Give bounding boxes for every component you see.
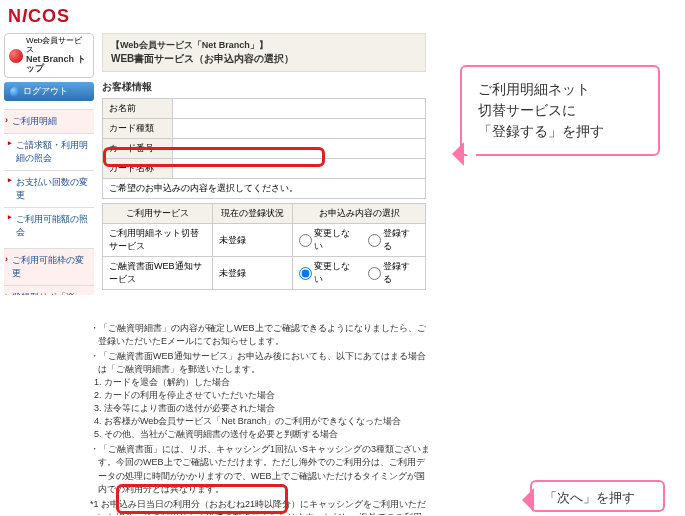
customer-info-table: お名前 カード種類 カード番号 カード名称 ご希望のお申込みの内容を選択してくだ… [102,98,426,199]
section-customer-info: お客様情報 [102,80,426,94]
nav-limit-inquiry[interactable]: ご利用可能額の照会 [4,207,94,244]
service-select-table: ご利用サービス 現在の登録状況 お申込み内容の選択 ご利用明細ネット切替サービス… [102,203,426,290]
svc1-radio-no[interactable]: 変更しない [299,227,358,253]
svc2-name: ご融資書面WEB通知サービス [103,257,213,290]
label-name: お名前 [103,99,173,119]
note-line: 3. 法令等により書面の送付が必要された場合 [90,402,430,415]
nav-usage[interactable]: ご利用明細 [4,109,94,133]
notes-list: ・「ご融資明細書」の内容が確定しWEB上でご確認できるようになりましたら、ご登録… [90,322,430,515]
note-line: ・「ご融資書面WEB通知サービス」お申込み後においても、以下にあてはまる場合は「… [90,350,430,376]
callout-next: 「次へ」を押す [530,480,665,512]
col-current: 現在の登録状況 [213,204,293,224]
crumb-line1: 【Web会員サービス「Net Branch」】 [111,39,417,52]
note-line: 2. カードの利用を停止させていただいた場合 [90,389,430,402]
service-name: Net Branch トップ [26,54,86,74]
value-cardtype [173,119,426,139]
svc2-current: 未登録 [213,257,293,290]
service-sub: Web会員サービス [26,36,82,54]
callout-next-text: 「次へ」を押す [544,490,635,505]
svc2-radio-yes[interactable]: 登録する [368,260,419,286]
logout-button[interactable]: ログアウト [4,82,94,101]
col-select: お申込み内容の選択 [293,204,426,224]
nav-payment-change[interactable]: お支払い回数の変更 [4,170,94,207]
note-line: 5. その他、当社がご融資明細書の送付を必要と判断する場合 [90,428,430,441]
svc1-current: 未登録 [213,224,293,257]
screenshot-lower: ・「ご融資明細書」の内容が確定しWEB上でご確認できるようになりましたら、ご登録… [90,320,430,515]
value-cardnum [173,139,426,159]
svc2-radio-no[interactable]: 変更しない [299,260,358,286]
note-line: ・「ご融資書面」には、リボ、キャッシング1回払いSキャッシングの3種類ございます… [90,443,430,495]
breadcrumb: 【Web会員サービス「Net Branch」】 WEB書面サービス（お申込内容の… [102,33,426,72]
note-line: ・「ご融資明細書」の内容が確定しWEB上でご確認できるようになりましたら、ご登録… [90,322,430,348]
globe-icon [9,49,23,63]
note-line: 4. お客様がWeb会員サービス「Net Branch」のご利用ができなくなった… [90,415,430,428]
label-cardname: カード名称 [103,159,173,179]
screenshot-upper: NICOS Web会員サービスNet Branch トップ ログアウト ご利用明… [0,0,430,295]
note-line: 1. カードを退会（解約）した場合 [90,376,430,389]
value-name [173,99,426,119]
brand-logo: NICOS [0,0,430,33]
nav-billing[interactable]: ご請求額・利用明細の照会 [4,133,94,170]
callout-register: ご利用明細ネット 切替サービスに 「登録する」を押す [460,65,660,156]
value-cardname [173,159,426,179]
label-cardnum: カード番号 [103,139,173,159]
crumb-line2: WEB書面サービス（お申込内容の選択） [111,52,417,66]
nav-limit-change[interactable]: ご利用可能枠の変更 [4,248,94,285]
main-content: 【Web会員サービス「Net Branch」】 WEB書面サービス（お申込内容の… [98,33,430,295]
instruction-text: ご希望のお申込みの内容を選択してください。 [103,179,426,199]
col-service: ご利用サービス [103,204,213,224]
sidebar: Web会員サービスNet Branch トップ ログアウト ご利用明細 ご請求額… [0,33,98,295]
callout-register-text: ご利用明細ネット 切替サービスに 「登録する」を押す [478,81,604,139]
service-top-link[interactable]: Web会員サービスNet Branch トップ [4,33,94,78]
note-line: *1 お申込み日当日の利用分（おおむね21時以降分）にキャッシングをご利用いただ… [90,498,430,515]
svc1-name: ご利用明細ネット切替サービス [103,224,213,257]
svc1-radio-yes[interactable]: 登録する [368,227,419,253]
nav-rakupay[interactable]: 登録型リボ「楽Pay」 [4,285,94,295]
label-cardtype: カード種類 [103,119,173,139]
